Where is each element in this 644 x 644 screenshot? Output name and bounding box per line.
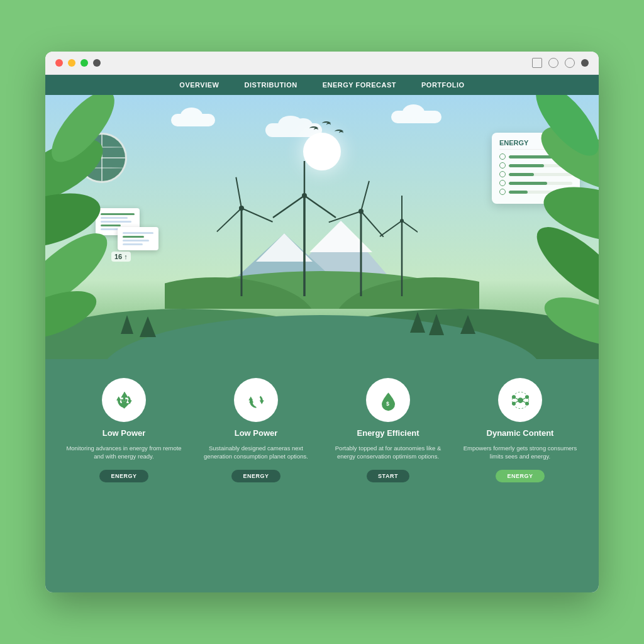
feature-title-4: Dynamic Content: [487, 428, 554, 438]
features-grid: Low Power Monitoring advances in energy …: [64, 378, 580, 482]
window-btn[interactable]: [532, 58, 542, 68]
energy-bar-track-3: [509, 173, 572, 176]
svg-point-49: [518, 397, 523, 403]
svg-line-16: [273, 196, 304, 218]
energy-panel-title: ENERGY: [499, 139, 572, 150]
energy-bar-2: [499, 162, 572, 169]
feature-icon-wrap-2: [234, 378, 278, 422]
feature-card-energy-efficient: $ Energy Efficient Portably topped at fo…: [328, 378, 448, 482]
navigation-bar: OVERVIEW DISTRIBUTION ENERGY FORECAST PO…: [45, 75, 599, 95]
stat-badge: 16 ↑: [111, 252, 131, 262]
feature-icon-wrap-4: [498, 378, 542, 422]
energy-bar-4: [499, 180, 572, 186]
svg-line-11: [214, 208, 245, 231]
svg-line-26: [380, 221, 402, 236]
globe-icon: [77, 133, 127, 183]
feature-title-2: Low Power: [235, 428, 278, 438]
feature-title-3: Energy Efficient: [357, 428, 419, 438]
svg-line-25: [402, 221, 418, 236]
energy-bar-icon-1: [499, 153, 506, 160]
traffic-light-green[interactable]: [80, 59, 88, 67]
energy-bar-3: [499, 171, 572, 177]
feature-card-low-power-2: Low Power Sustainably designed cameras n…: [196, 378, 316, 482]
feature-desc-4: Empowers formerly gets strong consumers …: [460, 444, 580, 461]
cloud-3: [391, 111, 441, 123]
turbines-svg: [179, 158, 418, 296]
feature-btn-1[interactable]: ENERGY: [99, 470, 148, 482]
feature-card-dynamic-content: Dynamic Content Empowers formerly gets s…: [460, 378, 580, 482]
feature-card-low-power-1: Low Power Monitoring advances in energy …: [64, 378, 184, 482]
energy-bar-track-5: [509, 191, 572, 194]
recycle-icon-1: [113, 389, 135, 411]
energy-bar-icon-4: [499, 180, 506, 186]
globe-inner: [79, 135, 125, 181]
energy-bar-icon-2: [499, 162, 506, 169]
feature-desc-1: Monitoring advances in energy from remot…: [64, 444, 184, 461]
svg-text:$: $: [386, 401, 389, 407]
hero-section: 16 ↑ ENERGY: [45, 95, 599, 359]
bird-3: [335, 130, 343, 133]
svg-line-9: [236, 177, 242, 208]
energy-bar-fill-5: [509, 191, 528, 194]
energy-bar-fill-3: [509, 173, 534, 176]
feature-btn-2[interactable]: ENERGY: [231, 470, 280, 482]
svg-line-10: [242, 203, 273, 226]
nav-item-portfolio[interactable]: PORTFOLIO: [421, 81, 465, 89]
globe-line-vertical: [101, 135, 103, 181]
document-icon-2: [118, 227, 158, 250]
energy-bar-5: [499, 189, 572, 195]
bird-1: [309, 126, 318, 130]
hills-svg: [45, 277, 599, 359]
feature-icon-wrap-1: [102, 378, 146, 422]
traffic-light-dark: [93, 59, 101, 67]
browser-window: OVERVIEW DISTRIBUTION ENERGY FORECAST PO…: [45, 52, 599, 592]
energy-bar-fill-2: [509, 164, 544, 167]
circle-btn-2[interactable]: [565, 58, 575, 68]
energy-bar-fill-4: [509, 182, 547, 185]
energy-bar-track-2: [509, 164, 572, 167]
energy-bar-track-4: [509, 182, 572, 185]
browser-controls: [532, 58, 589, 68]
svg-point-53: [525, 401, 528, 405]
browser-chrome: [45, 52, 599, 75]
traffic-light-yellow[interactable]: [68, 59, 75, 67]
nav-item-overview[interactable]: OVERVIEW: [179, 81, 219, 89]
energy-bar-icon-3: [499, 171, 506, 177]
bird-2: [322, 121, 331, 125]
circle-btn-1[interactable]: [548, 58, 558, 68]
energy-bar-track-1: [509, 155, 572, 158]
energy-bar-icon-5: [499, 189, 506, 195]
recycle-icon-2: [245, 389, 267, 411]
feature-btn-4[interactable]: ENERGY: [496, 470, 544, 482]
cloud-1: [171, 114, 215, 126]
energy-panel: ENERGY: [492, 133, 580, 204]
dot-btn[interactable]: [581, 59, 589, 67]
energy-bar-1: [499, 153, 572, 160]
features-section: Low Power Monitoring advances in energy …: [45, 359, 599, 592]
feature-desc-2: Sustainably designed cameras next genera…: [196, 444, 316, 461]
feature-icon-wrap-3: $: [366, 378, 410, 422]
feature-btn-3[interactable]: START: [367, 470, 409, 482]
nav-item-energy-forecast[interactable]: ENERGY FORECAST: [323, 81, 396, 89]
feature-title-1: Low Power: [103, 428, 146, 438]
earth-icon: [70, 250, 96, 277]
energy-bar-fill-1: [509, 155, 557, 158]
traffic-light-red[interactable]: [55, 59, 63, 67]
feature-desc-3: Portably topped at for autonomies like &…: [328, 444, 448, 461]
molecule-icon: [509, 389, 531, 411]
svg-line-15: [304, 196, 336, 218]
drop-icon: $: [377, 389, 399, 411]
svg-line-19: [361, 181, 369, 211]
nav-item-distribution[interactable]: DISTRIBUTION: [244, 81, 297, 89]
